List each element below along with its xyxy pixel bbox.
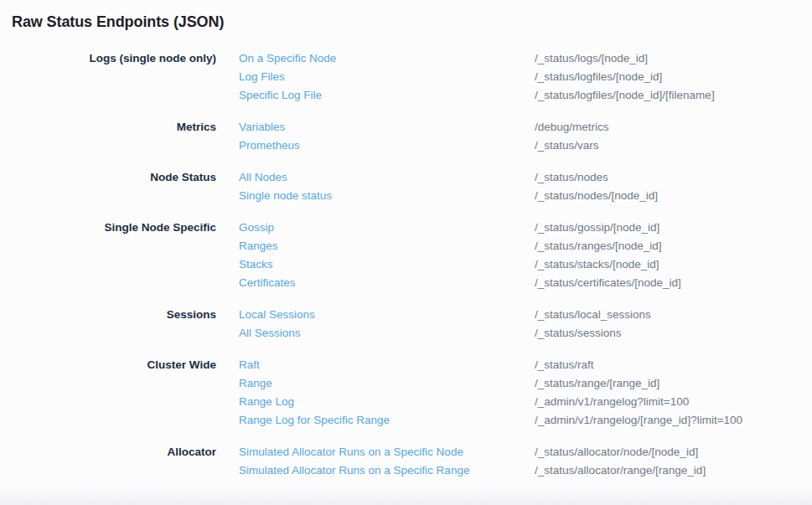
category-label: Metrics	[12, 118, 216, 137]
endpoint-path: /_status/nodes/[node_id]	[535, 187, 800, 205]
endpoint-link[interactable]: Certificates	[216, 274, 535, 292]
endpoint-link[interactable]: Gossip	[216, 219, 535, 237]
raw-status-endpoints-page: Raw Status Endpoints (JSON) Logs (single…	[0, 0, 812, 480]
endpoint-link[interactable]: All Sessions	[216, 324, 535, 343]
endpoint-link[interactable]: Simulated Allocator Runs on a Specific R…	[216, 461, 535, 480]
endpoint-group: Node StatusAll Nodes/_status/nodesSingle…	[12, 168, 800, 205]
endpoint-link[interactable]: Stacks	[216, 255, 535, 274]
endpoint-link[interactable]: Range Log	[216, 393, 535, 411]
endpoint-link[interactable]: Raft	[216, 356, 535, 374]
page-title: Raw Status Endpoints (JSON)	[12, 13, 800, 31]
endpoint-path: /debug/metrics	[535, 118, 800, 137]
endpoint-path: /_status/ranges/[node_id]	[535, 237, 800, 255]
endpoint-link[interactable]: Local Sessions	[216, 306, 535, 324]
endpoint-link[interactable]: Log Files	[216, 68, 535, 86]
endpoint-path: /_admin/v1/rangelog?limit=100	[535, 393, 800, 411]
endpoint-link[interactable]: All Nodes	[216, 168, 535, 187]
endpoint-link[interactable]: Variables	[216, 118, 535, 137]
endpoint-link[interactable]: Prometheus	[216, 137, 535, 155]
category-label: Logs (single node only)	[12, 49, 216, 68]
endpoint-path: /_status/gossip/[node_id]	[535, 219, 800, 237]
category-label: Allocator	[12, 443, 216, 461]
endpoint-groups: Logs (single node only)On a Specific Nod…	[12, 49, 800, 480]
endpoint-link[interactable]: Range Log for Specific Range	[216, 411, 535, 430]
endpoint-path: /_status/allocator/node/[node_id]	[535, 443, 800, 461]
category-label: Cluster Wide	[12, 356, 216, 374]
category-label: Single Node Specific	[12, 219, 216, 237]
endpoint-group: Single Node SpecificGossip/_status/gossi…	[12, 219, 800, 292]
endpoint-link[interactable]: Simulated Allocator Runs on a Specific N…	[216, 443, 535, 461]
endpoint-group: Cluster WideRaft/_status/raftRange/_stat…	[12, 356, 800, 430]
endpoint-link[interactable]: Single node status	[216, 187, 535, 205]
endpoint-path: /_status/raft	[535, 356, 800, 374]
bottom-fade	[0, 487, 812, 505]
endpoint-path: /_status/sessions	[535, 324, 800, 343]
endpoint-path: /_status/logs/[node_id]	[535, 49, 800, 68]
endpoint-link[interactable]: Specific Log File	[216, 86, 535, 105]
endpoint-group: Logs (single node only)On a Specific Nod…	[12, 49, 800, 105]
endpoint-link[interactable]: Ranges	[216, 237, 535, 255]
endpoint-path: /_status/nodes	[535, 168, 800, 187]
category-label: Sessions	[12, 306, 216, 324]
endpoint-group: MetricsVariables/debug/metricsPrometheus…	[12, 118, 800, 155]
endpoint-path: /_status/allocator/range/[range_id]	[535, 461, 800, 480]
endpoint-link[interactable]: Range	[216, 374, 535, 393]
endpoint-path: /_status/logfiles/[node_id]	[535, 68, 800, 86]
endpoint-link[interactable]: On a Specific Node	[216, 49, 535, 68]
endpoint-group: SessionsLocal Sessions/_status/local_ses…	[12, 306, 800, 343]
endpoint-path: /_status/stacks/[node_id]	[535, 255, 800, 274]
endpoint-path: /_status/vars	[535, 137, 800, 155]
category-label: Node Status	[12, 168, 216, 187]
endpoint-path: /_status/certificates/[node_id]	[535, 274, 800, 292]
endpoint-group: AllocatorSimulated Allocator Runs on a S…	[12, 443, 800, 480]
endpoint-path: /_admin/v1/rangelog/[range_id]?limit=100	[535, 411, 800, 430]
endpoint-path: /_status/range/[range_id]	[535, 374, 800, 393]
endpoint-path: /_status/local_sessions	[535, 306, 800, 324]
endpoint-path: /_status/logfiles/[node_id]/[filename]	[535, 86, 800, 105]
